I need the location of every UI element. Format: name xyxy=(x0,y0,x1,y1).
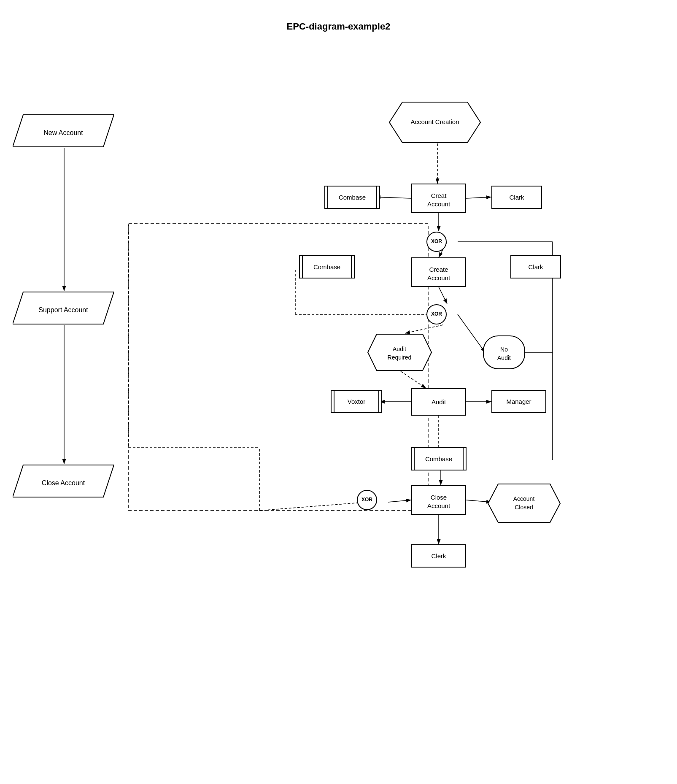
svg-line-16 xyxy=(401,371,426,388)
support-account-shape: Support Account xyxy=(13,291,114,325)
svg-text:Required: Required xyxy=(388,354,412,361)
xor2-svg: XOR xyxy=(426,304,447,325)
svg-text:Clark: Clark xyxy=(528,263,543,270)
combase2-svg: Combase xyxy=(295,255,359,278)
svg-text:Audit: Audit xyxy=(393,346,406,352)
no-audit-shape: No Audit xyxy=(483,335,525,369)
account-closed-shape: Account Closed xyxy=(487,483,561,523)
account-closed-svg: Account Closed xyxy=(487,483,561,523)
clark2-svg: Clark xyxy=(510,255,561,278)
svg-line-21 xyxy=(259,502,367,511)
diagram-title: EPC-diagram-example2 xyxy=(0,21,677,32)
account-creation-svg: Account Creation xyxy=(388,101,481,143)
svg-text:Account: Account xyxy=(427,200,450,208)
support-account-svg: Support Account xyxy=(13,291,114,325)
svg-text:New Account: New Account xyxy=(43,129,83,136)
audit-shape: Audit xyxy=(411,388,466,416)
svg-line-5 xyxy=(466,197,491,198)
svg-text:Clerk: Clerk xyxy=(431,552,446,560)
manager-svg: Manager xyxy=(491,390,546,413)
combase3-shape: Combase xyxy=(407,447,470,470)
svg-text:Clark: Clark xyxy=(509,194,524,201)
svg-text:Close: Close xyxy=(431,494,447,501)
combase1-svg: Combase xyxy=(321,186,384,209)
clark1-shape: Clark xyxy=(491,186,542,209)
close-account-shape: Close Account xyxy=(411,485,466,515)
svg-text:Creat: Creat xyxy=(431,192,447,199)
voxtor-svg: Voxtor xyxy=(327,390,386,413)
svg-text:Combase: Combase xyxy=(313,263,340,270)
audit-required-svg: Audit Required xyxy=(367,333,432,371)
svg-text:Account: Account xyxy=(427,274,450,281)
no-audit-svg: No Audit xyxy=(483,335,525,369)
clark2-shape: Clark xyxy=(510,255,561,278)
svg-text:Audit: Audit xyxy=(497,354,511,361)
close-account-left-svg: Close Account xyxy=(13,464,114,498)
svg-text:Close Account: Close Account xyxy=(42,479,85,487)
svg-text:Audit: Audit xyxy=(432,398,446,406)
svg-marker-91 xyxy=(488,484,560,522)
close-account-left-shape: Close Account xyxy=(13,464,114,498)
audit-required-shape: Audit Required xyxy=(367,333,432,371)
svg-text:Closed: Closed xyxy=(515,504,533,511)
svg-text:Combase: Combase xyxy=(425,455,452,462)
svg-text:Combase: Combase xyxy=(339,194,366,201)
new-account-svg: New Account xyxy=(13,114,114,148)
clerk-svg: Clerk xyxy=(411,544,466,568)
svg-text:XOR: XOR xyxy=(361,497,372,503)
create-account-svg: Create Account xyxy=(411,257,466,287)
xor1-shape: XOR xyxy=(426,231,447,252)
xor3-svg: XOR xyxy=(356,489,378,511)
xor1-svg: XOR xyxy=(426,231,447,252)
close-account-svg: Close Account xyxy=(411,485,466,515)
diagram-container: EPC-diagram-example2 xyxy=(0,0,677,784)
svg-text:Manager: Manager xyxy=(506,398,531,405)
combase2-shape: Combase xyxy=(295,255,359,278)
voxtor-shape: Voxtor xyxy=(327,390,386,413)
svg-line-10 xyxy=(439,287,447,304)
svg-text:Account Creation: Account Creation xyxy=(410,118,459,125)
svg-text:Account: Account xyxy=(427,502,450,509)
audit-svg: Audit xyxy=(411,388,466,416)
clark1-svg: Clark xyxy=(491,186,542,209)
creat-account-shape: Creat Account xyxy=(411,184,466,213)
xor3-shape: XOR xyxy=(356,489,378,511)
svg-text:No: No xyxy=(500,346,508,353)
clerk-shape: Clerk xyxy=(411,544,466,568)
svg-text:XOR: XOR xyxy=(431,238,442,244)
svg-text:XOR: XOR xyxy=(431,311,442,317)
manager-shape: Manager xyxy=(491,390,546,413)
svg-line-13 xyxy=(405,325,443,333)
account-creation-shape: Account Creation xyxy=(388,101,481,143)
new-account-shape: New Account xyxy=(13,114,114,148)
create-account-shape: Create Account xyxy=(411,257,466,287)
svg-text:Voxtor: Voxtor xyxy=(348,398,366,405)
svg-text:Account: Account xyxy=(513,495,535,502)
svg-marker-64 xyxy=(368,334,432,370)
svg-line-14 xyxy=(458,314,485,352)
svg-text:Create: Create xyxy=(429,266,448,273)
creat-account-svg: Creat Account xyxy=(411,184,466,213)
svg-line-25 xyxy=(388,500,411,502)
xor2-shape: XOR xyxy=(426,304,447,325)
svg-text:Support Account: Support Account xyxy=(38,306,88,314)
combase3-svg: Combase xyxy=(407,447,470,470)
combase1-shape: Combase xyxy=(321,186,375,209)
